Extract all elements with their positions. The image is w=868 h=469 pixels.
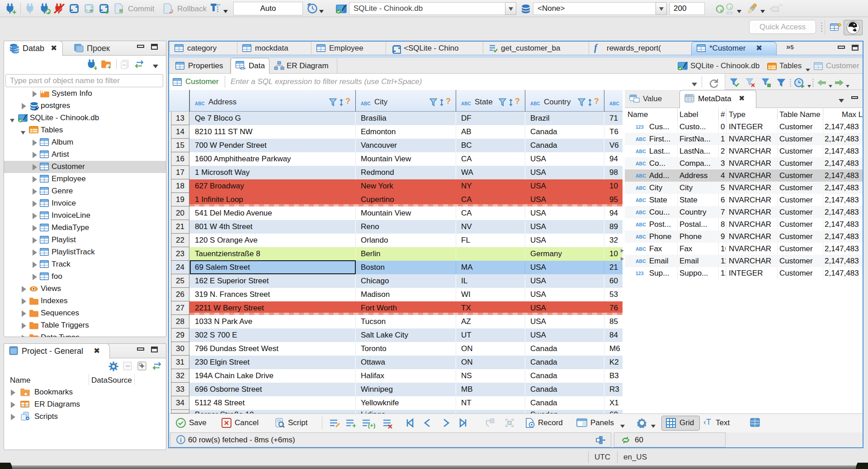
svg-text:<>: <>: [240, 66, 246, 70]
svg-text:+: +: [352, 422, 356, 429]
svg-text:+: +: [108, 64, 111, 70]
svg-text:+: +: [105, 8, 109, 14]
svg-text:+: +: [12, 8, 16, 14]
svg-text:i: i: [180, 436, 182, 443]
svg-text:((·)): ((·)): [726, 10, 733, 14]
svg-text:(+): (+): [368, 422, 375, 429]
svg-text:+: +: [94, 64, 97, 70]
